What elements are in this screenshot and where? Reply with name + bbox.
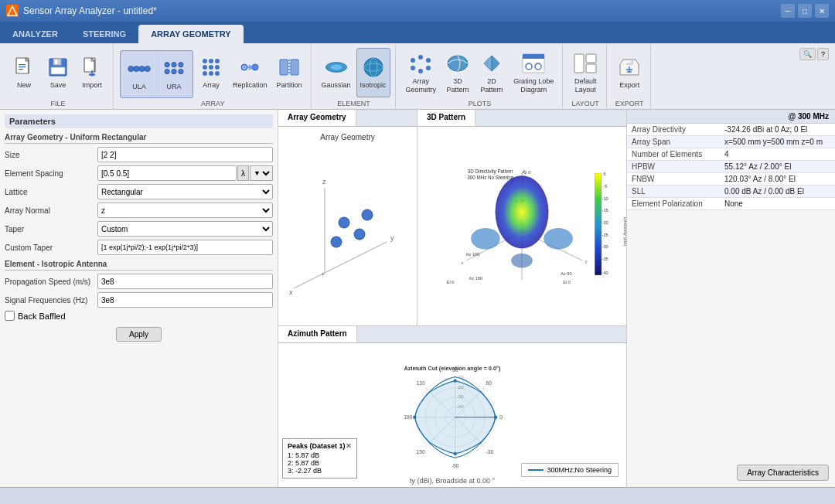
tab-steering[interactable]: STEERING	[70, 25, 138, 43]
isotropic-label: Isotropic	[360, 81, 387, 90]
replication-button[interactable]: Replication	[229, 48, 271, 97]
array-normal-select[interactable]: x y z	[97, 203, 273, 218]
stat-label-4: FNBW	[627, 173, 720, 186]
svg-point-83	[544, 228, 573, 250]
tab-3d-pattern[interactable]: 3D Pattern	[418, 110, 475, 126]
tab-array-geometry[interactable]: ARRAY GEOMETRY	[138, 25, 244, 43]
stat-label-0: Array Directivity	[627, 124, 720, 136]
svg-point-20	[165, 70, 169, 74]
close-button[interactable]: ✕	[815, 4, 829, 18]
svg-point-66	[354, 229, 365, 240]
isotropic-icon	[361, 55, 386, 80]
size-row: Size	[5, 147, 273, 162]
peaks-close-button[interactable]: ✕	[346, 442, 352, 450]
svg-point-16	[145, 66, 150, 72]
svg-text:90: 90	[452, 367, 458, 373]
gaussian-button[interactable]: Gaussian	[318, 48, 355, 97]
peaks-title: Peaks (Dataset 1)	[288, 442, 346, 450]
partition-icon	[277, 55, 302, 80]
legend-box: 300MHz;No Steering	[521, 463, 619, 477]
maximize-button[interactable]: □	[798, 4, 812, 18]
ula-button[interactable]: ULA	[122, 53, 156, 96]
help-button[interactable]: ?	[817, 48, 829, 60]
tab-array-geom[interactable]: Array Geometry	[278, 110, 356, 126]
export-button[interactable]: Export	[613, 48, 646, 97]
lattice-select[interactable]: Rectangular Triangular	[97, 184, 273, 199]
grating-lobe-icon	[521, 51, 546, 76]
array-geometry-plot-button[interactable]: ArrayGeometry	[402, 48, 441, 97]
unit-dropdown[interactable]: ▼	[250, 165, 273, 181]
left-panel: Parameters Array Geometry - Uniform Rect…	[0, 110, 278, 487]
default-layout-button[interactable]: DefaultLayout	[569, 48, 602, 97]
window-controls[interactable]: ─ □ ✕	[781, 4, 829, 18]
svg-text:x: x	[289, 288, 293, 296]
svg-point-30	[209, 71, 213, 76]
minimize-button[interactable]: ─	[781, 4, 795, 18]
svg-text:+: +	[321, 271, 325, 278]
ura-button[interactable]: URA	[157, 53, 191, 96]
right-panel: @ 300 MHz Array Directivity -324.26 dBi …	[626, 110, 835, 487]
svg-line-59	[294, 273, 325, 288]
svg-point-64	[362, 209, 373, 220]
svg-text:El 0: El 0	[447, 280, 455, 284]
back-baffled-checkbox[interactable]	[5, 311, 15, 321]
replication-label: Replication	[233, 81, 268, 90]
svg-point-117	[494, 416, 497, 419]
3d-pattern-button[interactable]: 3DPattern	[441, 48, 474, 97]
svg-point-43	[411, 58, 415, 63]
isotropic-button[interactable]: Isotropic	[356, 48, 390, 97]
peak-2: 2: 5.87 dB	[288, 459, 352, 467]
tab-azimuth[interactable]: Azimuth Pattern	[278, 326, 357, 342]
svg-text:-20: -20	[602, 220, 608, 225]
help-search[interactable]: 🔍	[799, 48, 816, 60]
svg-point-21	[172, 70, 176, 74]
plots-section-label: PLOTS	[402, 98, 558, 109]
svg-point-17	[165, 63, 169, 67]
apply-button[interactable]: Apply	[116, 327, 162, 342]
partition-button[interactable]: Partition	[273, 48, 306, 97]
array-geometry-plot-icon	[408, 51, 433, 76]
3d-subtitle: 300 MHz No Steering	[467, 175, 513, 181]
signal-freq-input[interactable]	[97, 292, 273, 308]
2d-pattern-button[interactable]: 2DPattern	[475, 48, 508, 97]
save-button[interactable]: Save	[42, 48, 74, 97]
import-button[interactable]: Import	[76, 48, 108, 97]
svg-text:180: 180	[404, 414, 412, 420]
svg-text:5: 5	[603, 172, 605, 176]
svg-text:-90: -90	[452, 463, 459, 468]
ribbon-section-array: ULA URA Array	[115, 45, 312, 109]
taper-select[interactable]: None Taylor Custom	[97, 221, 273, 237]
svg-text:y: y	[390, 234, 394, 242]
svg-rect-3	[19, 64, 26, 65]
tab-analyzer[interactable]: ANALYZER	[0, 25, 70, 43]
array-button[interactable]: Array	[195, 48, 227, 97]
freq-header: @ 300 MHz	[627, 110, 835, 124]
stat-value-1: x=500 mm y=500 mm z=0 m	[720, 136, 835, 148]
ura-icon	[162, 56, 186, 81]
svg-rect-51	[523, 54, 544, 59]
size-input[interactable]	[97, 147, 273, 162]
svg-point-84	[511, 254, 533, 268]
legend-label: 300MHz;No Steering	[547, 466, 612, 474]
custom-taper-input[interactable]	[97, 240, 273, 255]
3d-pattern-icon	[445, 51, 470, 76]
array-icon	[199, 55, 223, 80]
svg-point-82	[471, 228, 500, 250]
grating-lobe-label: Grating LobeDiagram	[513, 77, 554, 94]
peak-3: 3: -2.27 dB	[288, 467, 352, 475]
3d-pattern-svg: 3D Directivity Pattern 300 MHz No Steeri…	[418, 127, 626, 325]
prop-speed-input[interactable]	[97, 274, 273, 289]
signal-freq-label: Signal Frequencies (Hz)	[5, 296, 97, 305]
element-section-header: Element - Isotropic Antenna	[5, 260, 273, 271]
new-button[interactable]: New	[8, 48, 40, 97]
svg-rect-4	[19, 66, 26, 67]
replication-icon	[237, 55, 262, 80]
grating-lobe-button[interactable]: Grating LobeDiagram	[510, 48, 557, 97]
array-characteristics-button[interactable]: Array Characteristics	[737, 465, 829, 481]
svg-text:z: z	[322, 178, 326, 186]
tab-bar: ANALYZER STEERING ARRAY GEOMETRY	[0, 22, 835, 43]
element-spacing-input[interactable]	[97, 165, 237, 181]
svg-point-39	[330, 64, 343, 70]
svg-text:60: 60	[486, 380, 492, 386]
top-center: Array Geometry Array Geometry y z x	[278, 110, 626, 326]
